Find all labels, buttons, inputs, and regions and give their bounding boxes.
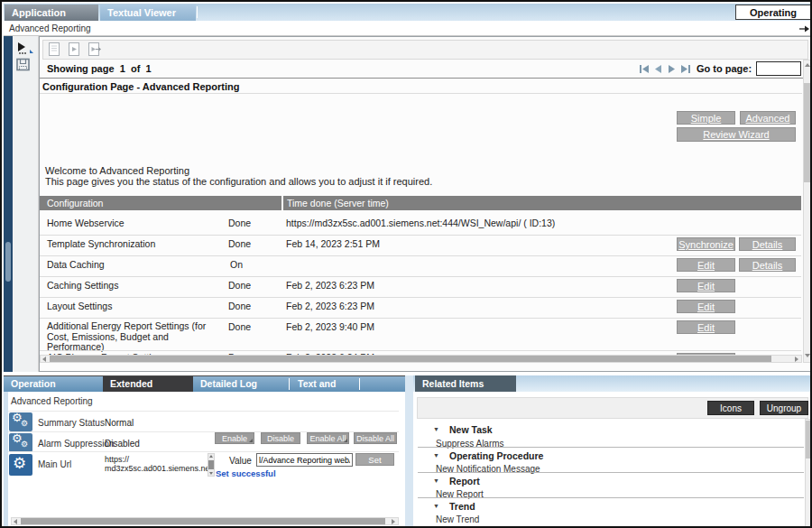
page-title: Configuration Page - Advanced Reporting bbox=[42, 81, 239, 92]
related-items-scroll-thumb[interactable] bbox=[806, 421, 811, 459]
run-report-icon[interactable] bbox=[16, 42, 34, 55]
row-separator bbox=[40, 235, 801, 236]
scroll-right-arrow[interactable] bbox=[392, 519, 395, 524]
edit-button[interactable]: Edit bbox=[677, 279, 735, 292]
tab-textual-viewer[interactable]: Textual Viewer bbox=[100, 5, 196, 21]
execute-report-icon[interactable] bbox=[69, 42, 79, 56]
edit-button[interactable]: Edit bbox=[677, 320, 735, 334]
related-group-title[interactable]: Trend bbox=[449, 501, 475, 512]
collapse-triangle-icon[interactable]: ▼ bbox=[433, 503, 439, 509]
gear-glyph: ⚙ bbox=[21, 440, 28, 449]
scroll-down-arrow[interactable] bbox=[805, 354, 810, 357]
main-horizontal-scroll-thumb[interactable] bbox=[50, 356, 771, 362]
related-item[interactable]: New Trend bbox=[436, 514, 479, 524]
row-separator bbox=[8, 451, 399, 452]
synchronize-button[interactable]: Synchronize bbox=[677, 237, 735, 251]
row-separator bbox=[8, 411, 399, 412]
details-button[interactable]: Details bbox=[739, 258, 796, 272]
set-button[interactable]: Set bbox=[355, 453, 394, 466]
left-nav-strip[interactable] bbox=[4, 36, 13, 372]
review-wizard-button[interactable]: Review Wizard bbox=[677, 127, 796, 142]
alarm-suppression-value: Disabled bbox=[105, 439, 140, 449]
row-status: On bbox=[230, 259, 243, 270]
tab-extended-operation[interactable]: Extended Operation bbox=[103, 376, 193, 392]
last-page-icon[interactable] bbox=[680, 64, 691, 74]
disable-button[interactable]: Disable bbox=[261, 432, 300, 444]
mini-scroll-up-arrow[interactable] bbox=[209, 455, 213, 458]
ungroup-button[interactable]: Ungroup bbox=[760, 401, 808, 415]
welcome-line-1: Welcome to Advanced Reporting bbox=[45, 165, 189, 176]
edit-button[interactable]: Edit bbox=[677, 300, 735, 313]
left-tool-column bbox=[13, 36, 39, 372]
main-url-label: Main Url bbox=[38, 459, 71, 469]
main-url-value-line2: md3zx5sc.ad001.siemens.net:44 bbox=[105, 464, 208, 473]
enable-label: Enable bbox=[222, 434, 247, 443]
collapse-panel-icon[interactable] bbox=[799, 25, 810, 32]
new-report-icon[interactable] bbox=[49, 42, 60, 56]
row-name: Additional Energy Report Settings (for C… bbox=[47, 321, 224, 353]
paging-label: Showing page bbox=[47, 63, 115, 74]
row-name: Data Caching bbox=[47, 259, 105, 270]
group-separator bbox=[418, 447, 804, 448]
scroll-left-arrow[interactable] bbox=[42, 357, 46, 362]
related-group-title[interactable]: Operating Procedure bbox=[449, 450, 543, 461]
scroll-right-arrow[interactable] bbox=[795, 357, 798, 362]
export-report-icon[interactable] bbox=[88, 42, 101, 56]
disable-all-label: Disable All bbox=[356, 434, 394, 443]
details-button[interactable]: Details bbox=[739, 237, 796, 251]
operation-panel-title: Advanced Reporting bbox=[11, 396, 93, 406]
bottom-panel-splitter[interactable] bbox=[405, 375, 413, 528]
related-group-title[interactable]: New Task bbox=[449, 424, 493, 435]
row-separator bbox=[40, 318, 801, 319]
save-icon[interactable] bbox=[16, 58, 31, 71]
splitter-grip[interactable] bbox=[5, 242, 11, 282]
operation-horizontal-scroll-thumb[interactable] bbox=[21, 518, 385, 524]
main-vertical-scroll-thumb[interactable] bbox=[804, 83, 810, 182]
goto-page-input[interactable] bbox=[756, 61, 801, 76]
main-url-value-line1: https:// bbox=[105, 455, 129, 464]
collapse-triangle-icon[interactable]: ▼ bbox=[433, 477, 439, 484]
dropdown-grip bbox=[249, 439, 253, 442]
tab-application-viewer[interactable]: Application Viewer bbox=[5, 5, 98, 21]
paging-of: of bbox=[131, 63, 140, 74]
simple-button[interactable]: Simple bbox=[677, 111, 735, 125]
mini-scroll-thumb[interactable] bbox=[208, 460, 214, 469]
row-status: Done bbox=[228, 301, 251, 311]
tab-detailed-log[interactable]: Detailed Log bbox=[193, 376, 287, 392]
scroll-left-arrow[interactable] bbox=[14, 519, 17, 524]
row-name: Template Synchronization bbox=[47, 238, 155, 249]
tab-related-items[interactable]: Related Items bbox=[415, 375, 516, 392]
previous-page-icon[interactable] bbox=[653, 64, 663, 74]
group-separator bbox=[418, 472, 804, 473]
scroll-up-arrow[interactable] bbox=[805, 63, 810, 67]
table-header-configuration: Configuration bbox=[40, 196, 281, 210]
advanced-button[interactable]: Advanced bbox=[740, 111, 796, 125]
collapse-triangle-icon[interactable]: ▼ bbox=[433, 426, 439, 432]
enable-all-button[interactable]: Enable All bbox=[307, 432, 349, 444]
disable-all-button[interactable]: Disable All bbox=[354, 432, 397, 444]
welcome-line-2: This page gives you the status of the co… bbox=[45, 176, 432, 187]
row-status: Done bbox=[228, 321, 251, 332]
related-group-title[interactable]: Report bbox=[449, 476, 480, 486]
set-label: Set bbox=[368, 455, 381, 465]
row-separator bbox=[40, 276, 801, 277]
collapse-triangle-icon[interactable]: ▼ bbox=[433, 452, 439, 459]
row-status: Done bbox=[228, 280, 251, 291]
value-input[interactable] bbox=[256, 453, 353, 467]
row-separator bbox=[40, 297, 801, 298]
edit-button[interactable]: Edit bbox=[677, 258, 735, 272]
row-name: Caching Settings bbox=[47, 280, 118, 291]
icons-button[interactable]: Icons bbox=[707, 401, 754, 415]
enable-button[interactable]: Enable bbox=[215, 432, 254, 444]
first-page-icon[interactable] bbox=[639, 64, 650, 74]
next-page-icon[interactable] bbox=[667, 64, 677, 74]
application-window: Application Viewer Textual Viewer Operat… bbox=[0, 0, 812, 528]
row-name: Home Webservice bbox=[47, 218, 125, 228]
table-header-time-done: Time done (Server time) bbox=[283, 196, 801, 210]
alarm-suppression-label: Alarm Suppression bbox=[38, 439, 114, 449]
disable-label: Disable bbox=[267, 434, 294, 443]
tab-operation[interactable]: Operation bbox=[4, 376, 103, 392]
tab-text-and-memo[interactable]: Text and Memo bbox=[291, 376, 357, 392]
operating-mode-button[interactable]: Operating bbox=[735, 5, 811, 20]
mini-scroll-down-arrow[interactable] bbox=[209, 472, 213, 475]
